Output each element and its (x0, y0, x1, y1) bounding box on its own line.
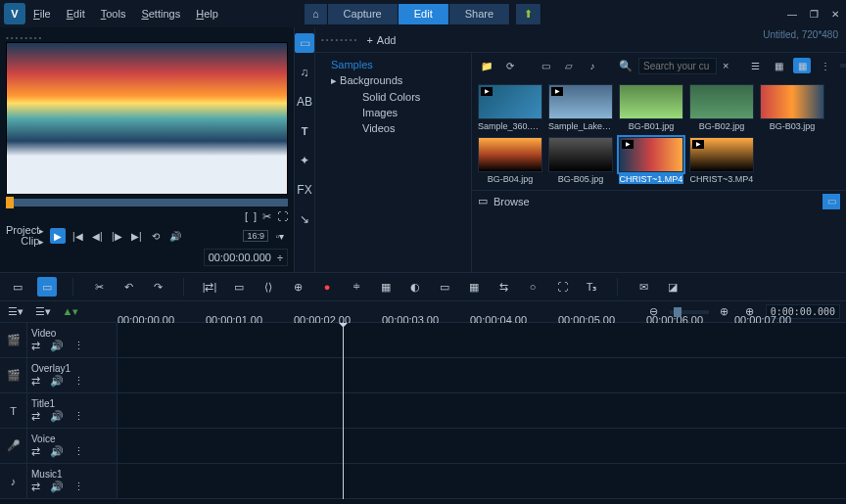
thumbnail[interactable]: BG-B02.jpg (689, 84, 754, 131)
timeline-view2-icon[interactable]: ▭ (842, 194, 846, 209)
track-opts-icon[interactable]: ⋮ (73, 445, 84, 458)
add-button[interactable]: + Add (366, 34, 396, 46)
menu-settings[interactable]: Settings (141, 8, 180, 20)
audio-tab-icon[interactable]: ♫ (295, 63, 314, 82)
thumbnail[interactable]: BG-B04.jpg (478, 137, 542, 184)
track-area[interactable] (118, 323, 846, 357)
track-link-icon[interactable]: ⇄ (31, 410, 40, 423)
filter-photo-icon[interactable]: ▱ (560, 58, 578, 73)
tool7-icon[interactable]: ▦ (376, 277, 396, 297)
media-tab-icon[interactable]: ▭ (295, 33, 314, 53)
thumbnail[interactable]: ▶Sample_360.mp4 (478, 84, 542, 131)
track-mute-icon[interactable]: 🔊 (50, 340, 64, 352)
mode-capture[interactable]: Capture (328, 4, 399, 24)
filter-audio-icon[interactable]: ♪ (584, 58, 601, 73)
tool14-icon[interactable]: T₃ (582, 277, 601, 297)
tool11-icon[interactable]: ⇆ (494, 277, 513, 297)
tool16-icon[interactable]: ◪ (663, 277, 682, 297)
browse-toggle-icon[interactable]: ▭ (478, 195, 488, 207)
track-link-icon[interactable]: ⇄ (31, 481, 40, 493)
timeline-icon[interactable]: ▭ (37, 277, 57, 297)
play-button[interactable]: ▶ (50, 228, 66, 244)
track-mute-icon[interactable]: 🔊 (50, 375, 64, 388)
track-area[interactable] (118, 393, 846, 428)
thumbnail[interactable]: ▶CHRIST~3.MP4 (689, 137, 754, 184)
track-link-icon[interactable]: ⇄ (31, 375, 40, 388)
zoom-slider[interactable] (670, 310, 709, 314)
track-mute-icon[interactable]: 🔊 (50, 410, 64, 423)
track-mute-icon[interactable]: 🔊 (50, 445, 64, 458)
volume-icon[interactable]: 🔊 (167, 228, 183, 244)
preview-viewport[interactable] (6, 42, 288, 195)
tree-videos[interactable]: Videos (315, 120, 471, 136)
goto-end-button[interactable]: ▶| (128, 228, 144, 244)
track-area[interactable] (118, 429, 846, 463)
preview-scrubber[interactable] (6, 199, 288, 206)
browse-label[interactable]: Browse (494, 196, 530, 207)
thumb-size-slider[interactable] (840, 64, 846, 68)
tree-samples[interactable]: Samples (315, 57, 471, 72)
tool4-icon[interactable]: ⊕ (288, 277, 307, 297)
redo-button[interactable]: ↷ (148, 277, 167, 297)
expand-icon[interactable]: ⛶ (277, 210, 288, 223)
tool15-icon[interactable]: ✉ (634, 277, 653, 297)
track-opts-icon[interactable]: ⋮ (73, 340, 84, 352)
zoom-in-button[interactable]: ⊕ (715, 302, 734, 322)
thumbnail[interactable]: ▶Sample_Lake.m... (548, 84, 613, 131)
tool10-icon[interactable]: ▦ (464, 277, 484, 297)
marker-icon[interactable]: ▲▾ (61, 302, 80, 322)
loop-button[interactable]: ⟲ (148, 228, 164, 244)
minimize-button[interactable]: — (785, 7, 799, 21)
mark-in-icon[interactable]: [ (245, 210, 248, 223)
track-opts-icon[interactable]: ⋮ (73, 375, 84, 388)
storyboard-icon[interactable]: ▭ (8, 277, 27, 297)
restore-button[interactable]: ❐ (807, 7, 821, 21)
tool3-icon[interactable]: ⟨⟩ (258, 277, 278, 297)
upload-icon[interactable]: ⬆ (516, 4, 541, 24)
track-opts1-icon[interactable]: ☰▾ (6, 302, 25, 322)
view-list-icon[interactable]: ☰ (746, 58, 764, 73)
playhead[interactable] (343, 323, 344, 499)
track-opts2-icon[interactable]: ☰▾ (33, 302, 53, 322)
tool8-icon[interactable]: ◐ (405, 277, 425, 297)
view-detail-icon[interactable]: ▦ (770, 58, 787, 73)
close-button[interactable]: ✕ (828, 7, 842, 21)
track-opts-icon[interactable]: ⋮ (73, 481, 84, 493)
track-area[interactable] (118, 358, 846, 392)
filter-video-icon[interactable]: ▭ (537, 58, 554, 73)
aspect-selector[interactable]: 16:9 (243, 230, 268, 242)
tools-icon[interactable]: ✂ (89, 277, 109, 297)
import-icon[interactable]: 📁 (478, 58, 495, 73)
path-tab-icon[interactable]: ↘ (295, 209, 314, 229)
thumbnail[interactable]: BG-B05.jpg (548, 137, 613, 184)
track-area[interactable] (118, 464, 846, 498)
tree-solidcolors[interactable]: Solid Colors (315, 89, 471, 105)
track-mute-icon[interactable]: 🔊 (50, 481, 64, 493)
undo-button[interactable]: ↶ (118, 277, 138, 297)
clear-search-icon[interactable]: × (723, 60, 728, 71)
menu-file[interactable]: File (33, 8, 51, 20)
thumbnail[interactable]: BG-B01.jpg (619, 84, 683, 131)
tool6-icon[interactable]: ⫩ (347, 277, 366, 297)
sort-icon[interactable]: ⋮ (817, 58, 834, 73)
track-link-icon[interactable]: ⇄ (31, 340, 40, 352)
split-icon[interactable]: ✂ (262, 210, 271, 223)
tree-backgrounds[interactable]: ▸ Backgrounds (315, 72, 471, 89)
thumbnail[interactable]: BG-B03.jpg (760, 84, 824, 131)
color-tool-icon[interactable]: ● (317, 277, 337, 297)
mark-out-icon[interactable]: ] (254, 210, 257, 223)
track-link-icon[interactable]: ⇄ (31, 445, 40, 458)
timecode-display[interactable]: 00:00:00.000 ÷ (204, 249, 288, 266)
tool2-icon[interactable]: ▭ (229, 277, 249, 297)
menu-help[interactable]: Help (196, 8, 218, 20)
tool12-icon[interactable]: ○ (523, 277, 542, 297)
title-tab-icon[interactable]: T (295, 121, 314, 141)
track-opts-icon[interactable]: ⋮ (73, 410, 84, 423)
settings-icon[interactable]: ▫▾ (272, 228, 288, 244)
transition-tab-icon[interactable]: AB (295, 92, 314, 112)
menu-tools[interactable]: Tools (101, 8, 126, 20)
home-button[interactable]: ⌂ (305, 4, 328, 24)
graphic-tab-icon[interactable]: ✦ (295, 151, 314, 170)
tree-images[interactable]: Images (315, 105, 471, 120)
mode-share[interactable]: Share (449, 4, 510, 24)
